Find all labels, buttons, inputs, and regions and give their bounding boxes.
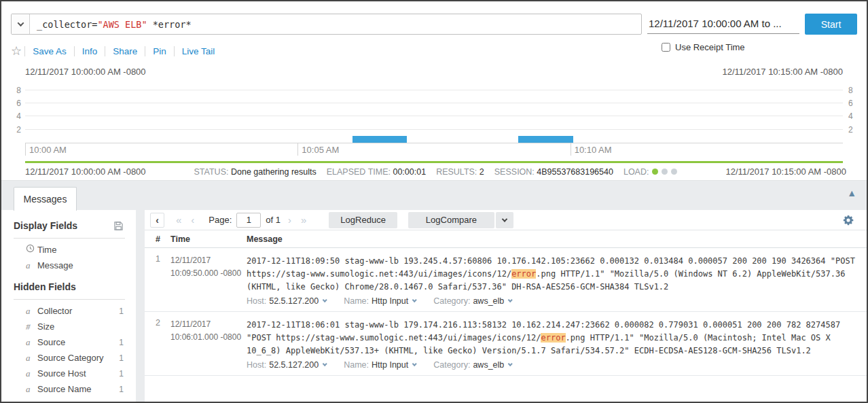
status-time-end: 12/11/2017 10:15:00 AM -0800	[725, 167, 846, 177]
results-tab-strip: Messages ▲	[1, 180, 867, 210]
field-count: 1	[119, 369, 124, 379]
clock-icon	[26, 244, 37, 256]
row-date: 12/11/2017	[170, 256, 211, 265]
meta-category-dropdown[interactable]: Category:aws_elb	[433, 296, 511, 306]
time-range-selector[interactable]: 12/11/2017 10:00:00 AM to ...	[647, 15, 799, 34]
field-item-source-category[interactable]: a Source Category 1	[1, 350, 136, 366]
y-axis-tick-label: 2	[6, 125, 21, 135]
messages-table-header: # Time Message	[145, 230, 867, 248]
row-time: 10:06:01.000 -0800	[170, 332, 241, 342]
x-axis-tick-label: 10:10 AM	[571, 143, 612, 156]
page-of-label: of 1	[266, 215, 281, 225]
logreduce-button[interactable]: LogReduce	[329, 212, 397, 228]
row-timestamp: 12/11/2017 10:09:50.000 -0800	[170, 254, 247, 306]
histogram-bar[interactable]	[518, 136, 573, 143]
histogram-range-start: 12/11/2017 10:00:00 AM -0800	[25, 67, 146, 77]
histogram-header: 12/11/2017 10:00:00 AM -0800 12/11/2017 …	[25, 58, 843, 82]
next-page-button[interactable]: ›	[283, 214, 296, 226]
page-number-input[interactable]	[236, 213, 261, 228]
table-row[interactable]: 1 12/11/2017 10:09:50.000 -0800 2017-12-…	[145, 248, 867, 312]
field-count: 1	[119, 306, 124, 316]
histogram-x-axis: 10:00 AM10:05 AM10:10 AM	[25, 143, 843, 160]
histogram-range-end: 12/11/2017 10:15:00 AM -0800	[722, 67, 843, 77]
status-time-start: 12/11/2017 10:00:00 AM -0800	[25, 167, 146, 177]
histogram-bar[interactable]	[352, 136, 407, 143]
settings-gear-icon[interactable]	[842, 214, 854, 226]
field-item-source[interactable]: a Source 1	[1, 334, 136, 350]
field-item-message[interactable]: a Message	[1, 258, 136, 273]
previous-page-button[interactable]: ‹	[186, 214, 199, 226]
field-count: 1	[119, 338, 124, 347]
start-button[interactable]: Start	[805, 14, 857, 35]
info-link[interactable]: Info	[74, 46, 105, 56]
string-type-icon: a	[26, 384, 37, 395]
field-item-collector[interactable]: a Collector 1	[1, 303, 136, 319]
tab-messages[interactable]: Messages	[14, 187, 77, 211]
use-receipt-time-checkbox[interactable]	[662, 43, 670, 52]
column-header-message[interactable]: Message	[247, 234, 867, 244]
meta-name-dropdown[interactable]: Name:Http Input	[344, 360, 416, 370]
favorite-star-icon[interactable]: ☆	[11, 45, 22, 57]
live-tail-link[interactable]: Live Tail	[174, 46, 223, 56]
row-number: 1	[145, 254, 170, 306]
load-dot	[662, 169, 668, 175]
status-items: STATUS: Done gathering results ELAPSED T…	[146, 167, 726, 177]
first-page-button[interactable]: «	[171, 214, 186, 226]
collapse-pane-icon[interactable]: ▲	[847, 188, 856, 198]
string-type-icon: a	[26, 368, 37, 379]
chevron-down-icon	[508, 297, 513, 302]
number-type-icon: #	[26, 321, 37, 332]
string-type-icon: a	[26, 260, 37, 271]
y-axis-tick-label: 6	[848, 99, 863, 108]
share-link[interactable]: Share	[105, 46, 145, 56]
field-item-time[interactable]: Time	[1, 242, 136, 258]
load-dot	[671, 169, 677, 175]
field-label: Source Name	[37, 384, 91, 394]
y-axis-tick-label: 8	[6, 86, 21, 95]
chevron-down-icon	[323, 297, 327, 302]
query-box[interactable]: _collector="AWS ELB" *error*	[11, 14, 642, 35]
logcompare-button[interactable]: LogCompare	[408, 212, 494, 228]
messages-table-body: 1 12/11/2017 10:09:50.000 -0800 2017-12-…	[145, 248, 867, 376]
last-page-button[interactable]: »	[296, 214, 311, 226]
meta-host-dropdown[interactable]: Host:52.5.127.200	[247, 360, 326, 370]
pin-link[interactable]: Pin	[145, 46, 174, 56]
y-axis-tick-label: 4	[6, 111, 21, 121]
results-pane: Display Fields Time a Message Hidden Fie…	[1, 210, 867, 402]
search-term-highlight: error	[511, 269, 536, 279]
meta-host-dropdown[interactable]: Host:52.5.127.200	[247, 296, 326, 306]
session-id-item: SESSION: 4B95537683196540	[494, 167, 613, 177]
field-label: Collector	[37, 306, 72, 316]
gridline	[25, 129, 843, 130]
use-receipt-time-option[interactable]: Use Receipt Time	[662, 42, 745, 52]
hidden-fields-header: Hidden Fields	[14, 281, 124, 292]
column-header-number[interactable]: #	[145, 234, 170, 244]
meta-category-dropdown[interactable]: Category:aws_elb	[433, 360, 511, 370]
field-item-source-host[interactable]: a Source Host 1	[1, 366, 136, 381]
save-as-link[interactable]: Save As	[24, 46, 74, 56]
meta-name-dropdown[interactable]: Name:Http Input	[344, 296, 416, 306]
field-label: Source Category	[37, 353, 104, 363]
column-header-time[interactable]: Time	[170, 234, 247, 244]
gridline	[25, 90, 843, 90]
display-fields-title: Display Fields	[14, 220, 77, 231]
table-row[interactable]: 2 12/11/2017 10:06:01.000 -0800 2017-12-…	[145, 312, 867, 376]
log-message: 2017-12-11T18:06:01 stag-www-lb 179.174.…	[247, 320, 845, 355]
chevron-down-icon	[412, 361, 417, 366]
collapse-sidebar-button[interactable]: ‹	[150, 213, 164, 228]
save-fields-icon[interactable]	[113, 221, 124, 231]
field-count: 1	[119, 385, 124, 394]
fields-sidebar: Display Fields Time a Message Hidden Fie…	[1, 210, 136, 402]
field-item-size[interactable]: # Size	[1, 319, 136, 334]
load-dot	[652, 169, 658, 175]
chevron-down-icon	[412, 297, 417, 302]
divider	[14, 238, 125, 239]
field-item-source-name[interactable]: a Source Name 1	[1, 381, 136, 397]
logcompare-dropdown-button[interactable]	[496, 212, 513, 228]
row-timestamp: 12/11/2017 10:06:01.000 -0800	[170, 318, 247, 370]
query-prefix: _collector=	[37, 19, 97, 30]
chevron-down-icon	[508, 361, 513, 366]
search-query-input[interactable]: _collector="AWS ELB" *error*	[30, 14, 198, 34]
query-expander-button[interactable]	[12, 14, 30, 34]
status-item: STATUS: Done gathering results	[194, 167, 317, 177]
